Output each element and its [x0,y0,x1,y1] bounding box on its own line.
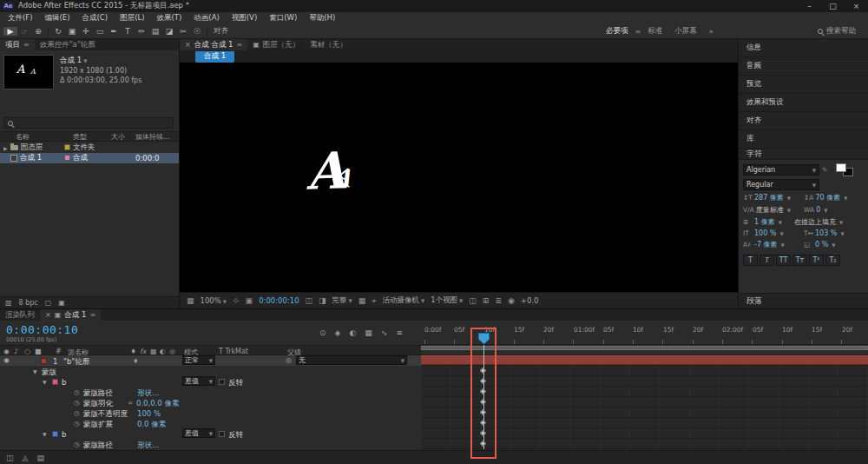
panel-menu-icon[interactable]: ≡ [23,41,30,49]
workspace-small-screen[interactable]: 小屏幕 [674,26,697,36]
comp-name[interactable]: 合成 1▼ [60,56,141,66]
masks-group-row[interactable]: ▼ 蒙版 [0,366,868,376]
project-bit-depth[interactable]: 8 bpc [19,299,38,307]
leading-value[interactable]: 70 像素 [815,193,840,202]
constrain-link-icon[interactable]: ∞ [128,399,133,407]
panel-preview[interactable]: 预览 [739,76,868,94]
rotation-tool-icon[interactable]: ↻ [51,27,65,36]
resolution-select[interactable]: 完整▼ [332,295,352,306]
work-area-bar[interactable] [421,346,868,350]
always-preview-icon[interactable]: ▦ [187,296,194,305]
faux-italic-button[interactable]: T [759,255,775,266]
property-row-mask-expansion[interactable]: ◷ 蒙版扩展 0.0 像素 [0,418,868,428]
property-value[interactable]: 形状... [137,441,159,451]
clone-stamp-tool-icon[interactable]: ▤ [148,27,162,36]
font-size-value[interactable]: 287 像素 [754,193,784,202]
minimize-button[interactable]: – [798,0,821,12]
current-time-display[interactable]: 0:00:00:10 [259,296,299,305]
menu-layer[interactable]: 图层(L) [114,13,150,23]
camera-tool-icon[interactable]: ▣ [65,27,79,36]
project-row-solids[interactable]: ▶ 固态层 文件夹 [0,143,179,153]
show-snapshot-icon[interactable]: ◨ [319,296,326,305]
invert-checkbox[interactable] [219,379,225,385]
pen-tool-icon[interactable]: ✒ [107,27,121,36]
menu-edit[interactable]: 编辑(E) [39,13,76,23]
panel-audio[interactable]: 音频 [739,57,868,76]
layer-label-chip[interactable] [41,358,47,364]
all-caps-button[interactable]: TT [776,255,791,266]
toggle-expand-icon[interactable]: ◫ [6,454,14,462]
workspace-overflow-chevron[interactable]: » [709,27,713,36]
font-style-select[interactable]: Regular ▼ [743,179,819,190]
tsume-value[interactable]: 0 % [815,241,828,249]
layer-row[interactable]: ◉ 1 "b"轮廓 ♦ 正常 ▼ ◎ 无 ▼ [0,355,868,366]
view-layout-select[interactable]: 1个视图▼ [431,295,463,306]
panel-effects-presets[interactable]: 效果和预设 [739,94,868,112]
composition-canvas[interactable]: A A [180,63,738,292]
panel-character[interactable]: 字符 [739,149,868,160]
zoom-tool-icon[interactable]: ⊕ [31,27,45,36]
tsume-control[interactable]: ◱ 0 % ▼ [804,241,864,249]
workspace-essentials[interactable]: 必要项 [606,26,628,36]
timeline-button-icon[interactable]: ≣ [495,296,502,305]
new-composition-icon[interactable]: ▣ [58,299,65,307]
quality-toggle-icon[interactable]: ♦ [133,357,139,365]
mask-row[interactable]: ▼ b 差值 ▼ 反转 [0,376,868,387]
close-icon[interactable]: × [45,311,51,319]
pickwhip-icon[interactable]: ◎ [286,356,292,364]
panel-info[interactable]: 信息 [739,39,868,57]
mask-name[interactable]: b [62,378,66,387]
project-search-field[interactable] [3,117,174,129]
flowchart-icon[interactable]: ◉ [508,296,515,305]
column-name[interactable]: 名称 [3,132,64,142]
menu-view[interactable]: 视图(V) [226,13,263,23]
align-toggle[interactable]: 对齐 [214,26,228,36]
kerning-control[interactable]: V∕A 度量标准 ▼ [743,205,803,215]
tab-render-queue[interactable]: 渲染队列 [0,309,40,321]
menu-animation[interactable]: 动画(A) [187,13,225,23]
baseline-shift-control[interactable]: A♯ -7 像素 ▼ [743,240,803,249]
tracking-control[interactable]: WA 0 ▼ [804,206,864,214]
eye-icon[interactable]: ◉ [3,356,10,364]
mask-mode-select[interactable]: 差值 ▼ [182,376,215,386]
column-type[interactable]: 类型 [73,132,111,142]
horizontal-scale-value[interactable]: 103 % [815,229,837,237]
shy-layers-icon[interactable]: ◐ [349,328,356,337]
region-of-interest-icon[interactable]: ▦ [358,296,366,305]
timeline-current-time[interactable]: 0:00:00:10 [6,323,78,336]
mask-row[interactable]: ▼ b 差值 ▼ 反转 [0,428,868,439]
toggle-inout-columns-icon[interactable]: ▤ [36,454,44,462]
selection-tool-icon[interactable]: ▶ [3,27,17,36]
panel-menu-icon[interactable]: ≡ [237,41,243,49]
property-row-mask-path[interactable]: ◷ 蒙版路径 形状... [0,439,868,449]
toggle-transfer-controls-icon[interactable]: ◬ [23,454,29,462]
leading-control[interactable]: ↕A 70 像素 ▼ [804,193,864,202]
menu-effect[interactable]: 效果(T) [151,13,188,23]
disclosure-triangle-icon[interactable]: ▼ [43,379,47,385]
parent-select[interactable]: 无 ▼ [296,355,407,365]
subscript-button[interactable]: T₁ [825,255,840,266]
baseline-shift-value[interactable]: -7 像素 [754,240,778,249]
fill-stroke-swatches[interactable] [836,163,853,176]
stopwatch-icon[interactable]: ◷ [74,420,80,428]
layer-track[interactable] [421,355,868,366]
column-number[interactable]: # [56,348,62,355]
stroke-width-control[interactable]: ≣ 1 像素 ▼ [743,217,793,227]
mask-color-chip[interactable] [52,379,58,385]
magnification-select[interactable]: 100%▼ [201,296,227,305]
camera-select[interactable]: 活动摄像机▼ [382,295,424,306]
audio-icon[interactable]: ♪ [14,348,18,355]
frame-blend-icon[interactable]: ▦ [365,328,372,337]
hand-tool-icon[interactable]: ☞ [17,27,31,36]
fast-previews-icon[interactable]: ⊞ [483,296,490,305]
comp-navigator-chip[interactable]: 合成 1 [195,51,234,63]
comp-thumbnail[interactable]: A A [3,55,54,89]
fx-icon[interactable]: fx [140,348,147,355]
faux-bold-button[interactable]: T [743,255,758,266]
panel-menu-icon[interactable]: ≡ [89,311,95,319]
search-help-input[interactable]: 搜索帮助 [826,26,856,36]
quality-icon[interactable]: ♦ [130,348,136,355]
stopwatch-icon[interactable]: ◷ [74,388,80,396]
mask-mode-select[interactable]: 差值 ▼ [182,428,215,438]
eyedropper-icon[interactable]: ✎ [822,166,832,174]
